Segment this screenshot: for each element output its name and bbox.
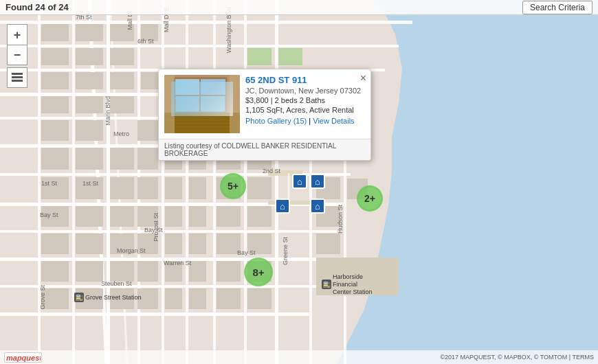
street-label-provost: Provost St (153, 213, 159, 242)
found-text: Found 24 of 24 (5, 2, 69, 12)
popup-details: 65 2ND ST 911 JC, Downtown, New Jersey 0… (245, 75, 365, 133)
house-marker-2[interactable] (310, 174, 325, 189)
svg-rect-108 (189, 288, 206, 309)
zoom-controls: + − (7, 24, 27, 65)
svg-rect-42 (110, 48, 134, 65)
svg-rect-70 (189, 177, 206, 199)
svg-rect-112 (278, 48, 302, 65)
svg-rect-92 (316, 234, 340, 254)
layers-button[interactable] (7, 67, 27, 88)
svg-rect-135 (230, 75, 240, 133)
popup-close-button[interactable]: × (360, 72, 366, 84)
svg-rect-84 (41, 234, 69, 254)
zoom-out-button[interactable]: − (7, 45, 27, 65)
svg-rect-80 (189, 206, 206, 227)
popup-content: 65 2ND ST 911 JC, Downtown, New Jersey 0… (159, 69, 370, 139)
svg-rect-41 (76, 48, 103, 65)
svg-rect-123 (175, 78, 226, 113)
street-label-metro: Metro (113, 130, 129, 137)
svg-rect-22 (0, 312, 309, 316)
street-label-2ndst: 2nd St (263, 168, 280, 174)
svg-rect-129 (164, 115, 240, 117)
popup-footer: Listing courtesy of COLDWELL BANKER RESI… (159, 139, 370, 160)
house-marker-1[interactable] (292, 174, 307, 189)
street-label-grove: Grove St (39, 285, 46, 310)
street-label-hudson: Hudson St (337, 205, 344, 234)
svg-rect-49 (76, 96, 103, 113)
svg-text:mapquest: mapquest (6, 354, 41, 362)
attribution-text: ©2017 MAPQUEST, © MAPBOX, © TOMTOM | TER… (440, 354, 594, 361)
popup-details-link[interactable]: View Details (313, 117, 354, 125)
svg-rect-93 (41, 261, 69, 282)
svg-rect-94 (76, 261, 103, 282)
harborside-label: Harborside FinancialCenter Station (333, 273, 388, 295)
svg-rect-24 (72, 0, 75, 364)
street-label-bayst-3: Bay St (237, 249, 256, 256)
mapquest-logo-box: mapquest (4, 352, 42, 363)
map-attribution: mapquest ©2017 MAPQUEST, © MAPBOX, © TOM… (0, 350, 598, 364)
rail-icon-grove: 🚉 (74, 293, 84, 302)
house-marker-4[interactable] (310, 198, 325, 214)
svg-rect-21 (0, 285, 320, 288)
popup-size-status: 1,105 SqFt, Acres, Active Rental (245, 106, 365, 114)
svg-rect-43 (41, 72, 69, 89)
svg-rect-107 (165, 288, 182, 309)
svg-rect-51 (41, 120, 69, 141)
cluster-marker-8plus[interactable]: 8+ (244, 258, 273, 286)
svg-rect-134 (164, 75, 175, 133)
popup-links: Photo Gallery (15) | View Details (245, 117, 365, 125)
svg-rect-110 (247, 288, 272, 309)
svg-rect-76 (76, 206, 103, 227)
svg-rect-44 (76, 72, 103, 89)
popup-gallery-link[interactable]: Photo Gallery (15) (245, 117, 307, 125)
svg-rect-88 (165, 234, 182, 254)
search-criteria-button[interactable]: Search Criteria (522, 1, 593, 14)
popup-location: JC, Downtown, New Jersey 07302 (245, 87, 365, 95)
svg-rect-69 (165, 177, 182, 199)
svg-rect-68 (137, 177, 158, 199)
popup-price-beds: $3,800 | 2 beds 2 Baths (245, 96, 365, 104)
svg-rect-37 (76, 24, 103, 41)
property-popup: × (158, 69, 371, 161)
svg-rect-82 (247, 206, 272, 227)
house-marker-3[interactable] (275, 198, 290, 214)
street-label-steuben: Steuben St (101, 280, 132, 287)
svg-rect-109 (217, 288, 241, 309)
svg-rect-48 (41, 96, 69, 113)
svg-rect-40 (41, 48, 69, 65)
svg-rect-111 (247, 48, 272, 65)
svg-rect-50 (110, 96, 134, 113)
svg-rect-60 (137, 148, 158, 170)
street-label-warren: Warren St (164, 260, 191, 266)
svg-rect-95 (110, 261, 134, 282)
svg-rect-118 (12, 73, 23, 75)
popup-image[interactable] (164, 75, 240, 133)
svg-rect-11 (0, 21, 412, 24)
mapquest-logo: mapquest (4, 352, 42, 363)
zoom-in-button[interactable]: + (7, 24, 27, 45)
svg-rect-27 (162, 0, 164, 364)
svg-rect-28 (186, 0, 188, 364)
svg-rect-58 (76, 148, 103, 170)
svg-rect-59 (110, 148, 134, 170)
street-label-1stst-1: 1st St (41, 180, 57, 187)
svg-rect-45 (110, 72, 134, 89)
popup-address-link[interactable]: 65 2ND ST 911 (245, 75, 307, 85)
street-label-1stst-2: 1st St (82, 180, 98, 187)
svg-rect-98 (189, 261, 206, 282)
svg-rect-99 (217, 261, 241, 282)
svg-rect-85 (76, 234, 103, 254)
harborside-station: 🚉 Harborside FinancialCenter Station (322, 273, 388, 295)
svg-rect-25 (107, 0, 110, 364)
cluster-marker-5plus[interactable]: 5+ (220, 173, 246, 199)
map-container: Found 24 of 24 Search Criteria + − 7th S… (0, 0, 598, 364)
grove-street-label: Grove Street Station (85, 294, 142, 301)
svg-rect-72 (247, 177, 272, 199)
svg-rect-57 (41, 148, 69, 170)
cluster-marker-2plus[interactable]: 2+ (357, 185, 383, 212)
svg-rect-79 (165, 206, 182, 227)
svg-rect-52 (76, 120, 103, 141)
svg-rect-36 (41, 24, 69, 41)
grove-street-station: 🚉 Grove Street Station (74, 293, 142, 302)
svg-rect-29 (213, 0, 216, 364)
